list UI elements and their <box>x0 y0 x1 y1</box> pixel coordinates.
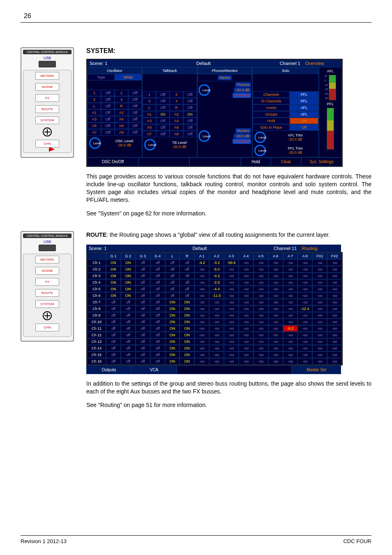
module-btn-meters-2[interactable]: METERS <box>35 256 59 264</box>
route-aux-cell[interactable]: -oo <box>239 345 254 352</box>
route-aux-cell[interactable]: -oo <box>327 319 342 325</box>
route-group-cell[interactable]: ON <box>106 286 121 292</box>
route-group-cell[interactable]: off <box>180 292 194 299</box>
module-btn-route-2[interactable]: ROUTE <box>35 289 59 297</box>
route-aux-cell[interactable]: -oo <box>327 299 342 305</box>
route-group-cell[interactable]: off <box>150 286 165 292</box>
route-aux-cell[interactable]: -oo <box>297 292 312 299</box>
route-aux-cell[interactable]: -oo <box>268 266 283 273</box>
route-aux-cell[interactable]: -oo <box>268 292 283 299</box>
route-group-cell[interactable]: off <box>136 325 150 332</box>
route-aux-cell[interactable]: -oo <box>312 319 327 325</box>
route-aux-cell[interactable]: -oo <box>327 266 342 273</box>
route-aux-cell[interactable]: -oo <box>254 325 268 332</box>
route-aux-cell[interactable]: -oo <box>297 279 312 286</box>
route-group-cell[interactable]: off <box>150 319 165 325</box>
route-group-cell[interactable]: ON <box>165 352 180 358</box>
route-aux-cell[interactable]: -oo <box>224 305 239 312</box>
route-aux-cell[interactable]: -oo <box>254 319 268 325</box>
route-group-cell[interactable]: ON <box>121 286 136 292</box>
route-aux-cell[interactable]: -oo <box>327 332 342 338</box>
module-btn-fx-2[interactable]: FX <box>35 278 59 286</box>
route-aux-cell[interactable]: -oo <box>224 266 239 273</box>
route-aux-cell[interactable]: -oo <box>297 352 312 358</box>
route-aux-cell[interactable]: -oo <box>283 305 298 312</box>
route-group-cell[interactable]: ON <box>106 259 121 266</box>
route-aux-cell[interactable]: -oo <box>283 292 298 299</box>
route-group-cell[interactable]: off <box>165 259 180 266</box>
route-aux-cell[interactable]: -oo <box>297 358 312 365</box>
osc-dest-state[interactable]: Off <box>128 90 142 96</box>
route-aux-cell[interactable]: -oo <box>254 279 268 286</box>
route-aux-cell[interactable]: -oo <box>283 358 298 365</box>
route-aux-cell[interactable]: -oo <box>224 345 239 352</box>
route-aux-cell[interactable]: -oo <box>312 338 327 345</box>
route-aux-cell[interactable]: -oo <box>239 358 254 365</box>
route-aux-cell[interactable]: -oo <box>239 273 254 279</box>
route-group-cell[interactable]: off <box>121 345 136 352</box>
route-aux-cell[interactable]: -oo <box>297 299 312 305</box>
route-group-cell[interactable]: off <box>136 345 150 352</box>
osc-type-value[interactable]: White <box>115 74 142 81</box>
route-group-cell[interactable]: off <box>150 312 165 319</box>
route-group-cell[interactable]: off <box>165 273 180 279</box>
route-aux-cell[interactable]: -oo <box>194 273 209 279</box>
tb-dest-state[interactable]: Off <box>183 104 197 111</box>
module-btn-meters[interactable]: METERS <box>35 72 59 80</box>
route-aux-cell[interactable]: -oo <box>283 259 298 266</box>
route-aux-cell[interactable]: -oo <box>224 352 239 358</box>
module-btn-system-2[interactable]: SYSTEM <box>35 300 59 308</box>
route-aux-cell[interactable]: -oo <box>194 319 209 325</box>
route-group-cell[interactable]: ON <box>165 325 180 332</box>
route-aux-cell[interactable]: -oo <box>268 319 283 325</box>
route-group-cell[interactable]: off <box>165 292 180 299</box>
route-aux-cell[interactable]: -4.2 <box>194 259 209 266</box>
route-group-cell[interactable]: ON <box>165 338 180 345</box>
route-aux-cell[interactable]: -oo <box>254 266 268 273</box>
route-aux-cell[interactable]: -oo <box>254 358 268 365</box>
osc-dest-state[interactable]: Off <box>101 103 115 109</box>
nav-wheel-icon[interactable] <box>43 127 52 136</box>
solo-param-value[interactable]: AFL <box>290 104 318 111</box>
route-aux-cell[interactable]: -oo <box>327 279 342 286</box>
route-aux-cell[interactable]: -oo <box>224 299 239 305</box>
tb-dest-state[interactable]: Off <box>156 124 170 131</box>
route-group-cell[interactable]: ON <box>121 292 136 299</box>
solo-param-value[interactable]: Off <box>290 124 318 131</box>
route-group-cell[interactable]: off <box>106 338 121 345</box>
route-aux-cell[interactable]: -oo <box>224 273 239 279</box>
route-group-cell[interactable]: ON <box>180 338 194 345</box>
route-aux-cell[interactable]: -oo <box>312 292 327 299</box>
route-aux-cell[interactable]: -oo <box>283 266 298 273</box>
route-group-cell[interactable]: off <box>136 338 150 345</box>
module-btn-route[interactable]: ROUTE <box>35 105 59 113</box>
route-aux-cell[interactable]: -oo <box>283 286 298 292</box>
route-aux-cell[interactable]: -oo <box>194 325 209 332</box>
route-aux-cell[interactable]: -oo <box>209 345 224 352</box>
route-group-cell[interactable]: off <box>150 338 165 345</box>
route-aux-cell[interactable]: -oo <box>312 299 327 305</box>
osc-dest-state[interactable]: Off <box>128 123 142 129</box>
route-group-cell[interactable]: off <box>150 266 165 273</box>
route-group-cell[interactable]: off <box>150 305 165 312</box>
route-aux-cell[interactable]: -oo <box>254 345 268 352</box>
route-aux-cell[interactable]: -oo <box>327 312 342 319</box>
osc-dest-state[interactable]: Off <box>101 129 115 136</box>
route-group-cell[interactable]: ON <box>180 345 194 352</box>
route-aux-cell[interactable]: -oo <box>268 332 283 338</box>
route-group-cell[interactable]: ON <box>106 273 121 279</box>
route-aux-cell[interactable]: -oo <box>327 325 342 332</box>
route-aux-cell[interactable]: -oo <box>268 352 283 358</box>
route-group-cell[interactable]: off <box>180 273 194 279</box>
route-group-cell[interactable]: off <box>121 305 136 312</box>
route-bottom-outputs[interactable]: Outputs <box>86 365 131 374</box>
route-group-cell[interactable]: off <box>180 259 194 266</box>
module-btn-fx[interactable]: FX <box>35 94 59 102</box>
route-group-cell[interactable]: ON <box>180 332 194 338</box>
route-aux-cell[interactable]: -oo <box>254 259 268 266</box>
route-aux-cell[interactable]: -4.4 <box>209 286 224 292</box>
route-aux-cell[interactable]: -oo <box>283 299 298 305</box>
route-group-cell[interactable]: off <box>136 273 150 279</box>
tb-dest-state[interactable]: On <box>156 111 170 118</box>
tb-dest-state[interactable]: Off <box>183 98 197 104</box>
